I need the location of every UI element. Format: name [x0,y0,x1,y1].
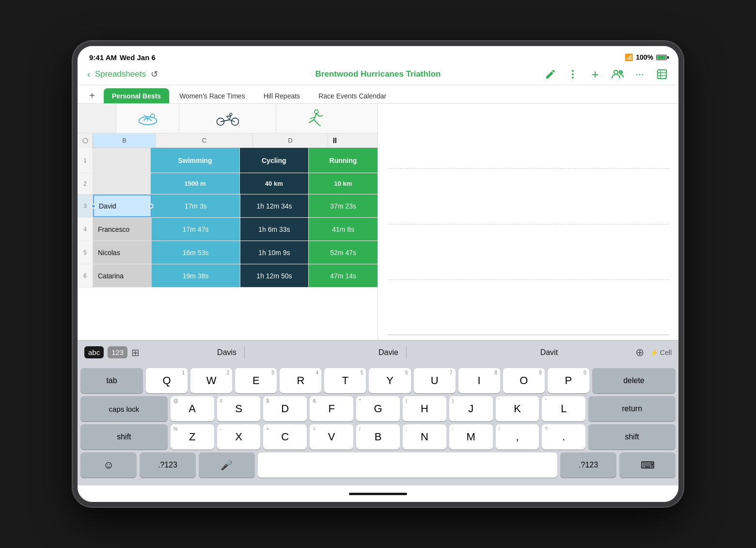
key-o[interactable]: 9O [503,368,545,393]
key-k[interactable]: 'K [496,396,539,421]
key-j[interactable]: )J [449,396,493,421]
key-y[interactable]: 6Y [369,368,410,393]
caps-lock-key[interactable]: caps lock [80,396,168,421]
key-exclaim[interactable]: !, [496,424,539,450]
table-row: 5 Nicolas 16m 53s 1h 10m 9s 52m 47s [78,241,378,264]
name-cell-catarina[interactable]: Catarina [93,264,152,287]
alt-left-key[interactable]: .?123 [140,452,196,478]
tab-hill-repeats[interactable]: Hill Repeats [255,88,308,103]
running-header[interactable]: Running [309,148,378,173]
key-question[interactable]: ?. [542,424,585,450]
pencil-icon[interactable] [544,67,557,81]
nicolas-cycling[interactable]: 1h 10m 9s [240,241,309,264]
swimming-distance[interactable]: 1500 m [151,173,239,194]
catarina-swimming[interactable]: 19m 38s [152,264,240,287]
back-arrow-icon[interactable]: ‹ [87,69,90,80]
key-u[interactable]: 7U [414,368,456,393]
key-z[interactable]: %Z [171,424,214,450]
space-key[interactable] [258,452,557,478]
shift-right-key[interactable]: shift [588,424,676,450]
table-row: 4 Francesco 17m 47s 1h 6m 33s 41m 8s [78,218,378,241]
david-swimming[interactable]: 17m 3s [152,194,240,217]
key-e[interactable]: 3E [235,368,277,393]
key-q[interactable]: 1Q [146,368,188,393]
key-h[interactable]: (H [403,396,446,421]
col-header-b[interactable]: B [93,133,156,147]
key-f[interactable]: &F [310,396,353,421]
tab-womens-race-times[interactable]: Women's Race Times [171,88,253,103]
sheets-icon[interactable] [655,67,669,81]
tab-race-events[interactable]: Race Events Calendar [310,88,394,103]
shift-left-key[interactable]: shift [80,424,168,450]
empty-cell-1[interactable] [93,148,151,173]
cycling-distance[interactable]: 40 km [240,173,309,194]
svg-point-1 [572,73,574,75]
keyboard-format-icon[interactable]: ⊞ [131,347,140,358]
francesco-cycling[interactable]: 1h 6m 33s [240,218,309,241]
collaborate-icon[interactable] [611,67,624,81]
nicolas-running[interactable]: 52m 47s [309,241,378,264]
empty-cell-2[interactable] [93,173,151,194]
cell-label[interactable]: ⚡ Cell [650,349,672,356]
key-d[interactable]: $D [263,396,307,421]
suggestion-davit[interactable]: Davit [533,346,566,359]
key-w[interactable]: 2W [190,368,232,393]
emoji-key[interactable]: ☺ [80,452,137,478]
running-distance[interactable]: 10 km [309,173,378,194]
spreadsheets-link[interactable]: Spreadsheets [95,69,146,79]
keyboard-row-zxcv: shift %Z -X +C =V /B ;N :M !, ?. shift [80,424,676,450]
delete-key[interactable]: delete [592,368,676,393]
add-icon[interactable]: + [588,67,602,81]
key-v[interactable]: =V [310,424,353,450]
key-a[interactable]: @A [171,396,214,421]
col-header-c[interactable]: C [156,133,253,147]
suggestion-davie[interactable]: Davie [371,346,407,359]
catarina-running[interactable]: 47m 14s [309,264,378,287]
undo-icon[interactable]: ↺ [151,69,158,80]
tab-key[interactable]: tab [80,368,143,393]
nicolas-swimming[interactable]: 16m 53s [152,241,240,264]
key-g[interactable]: *G [356,396,400,421]
key-m[interactable]: :M [449,424,493,450]
francesco-running[interactable]: 41m 8s [309,218,378,241]
alt-right-key[interactable]: .?123 [560,452,616,478]
cycling-header[interactable]: Cycling [240,148,309,173]
table-row: 6 Catarina 19m 38s 1h 12m 50s 47m 14s [78,264,378,288]
row-number-1: 1 [78,148,93,173]
key-i[interactable]: 8I [458,368,500,393]
key-s[interactable]: #S [217,396,261,421]
more-icon[interactable]: ··· [633,67,646,81]
main-content: B C D ⏸ 1 Swimming Cycling Running [78,104,678,340]
key-c[interactable]: +C [263,424,307,450]
add-tab-button[interactable]: + [85,89,99,103]
num-pill[interactable]: 123 [108,346,127,358]
suggestion-davis[interactable]: Davis [209,346,245,359]
key-n[interactable]: ;N [403,424,446,450]
key-b[interactable]: /B [356,424,400,450]
tab-personal-bests[interactable]: Personal Bests [104,88,169,103]
name-cell-nicolas[interactable]: Nicolas [93,241,152,264]
name-cell-francesco[interactable]: Francesco [93,218,152,241]
autocomplete-left: abc 123 ⊞ [78,346,146,358]
key-x[interactable]: -X [217,424,261,450]
hide-keyboard-key[interactable]: ⌨ [619,452,676,478]
more-options-icon[interactable]: ⊕ [635,346,644,359]
catarina-cycling[interactable]: 1h 12m 50s [240,264,309,287]
key-p[interactable]: 0P [548,368,589,393]
col-header-d[interactable]: D [253,133,328,147]
header-title: Brentwood Hurricanes Triathlon [315,69,441,79]
mic-key[interactable]: 🎤 [199,452,255,478]
key-t[interactable]: 5T [324,368,366,393]
return-key[interactable]: return [588,396,676,421]
format-icon[interactable] [566,67,580,81]
home-indicator[interactable] [349,493,407,495]
key-l[interactable]: "L [542,396,585,421]
abc-pill[interactable]: abc [84,346,104,358]
key-r[interactable]: 4R [280,368,321,393]
name-cell-david[interactable]: David [93,194,152,217]
david-running[interactable]: 37m 23s [309,194,378,217]
david-cycling[interactable]: 1h 12m 34s [240,194,309,217]
francesco-swimming[interactable]: 17m 47s [152,218,240,241]
swimming-header[interactable]: Swimming [151,148,239,173]
col-headers-row: B C D ⏸ [78,133,378,148]
